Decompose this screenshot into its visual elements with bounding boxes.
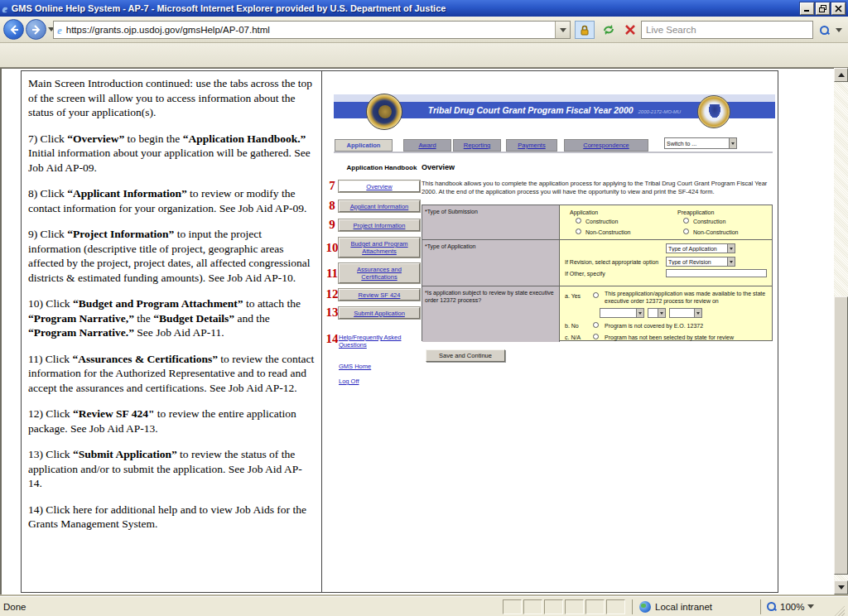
review-date-select-1[interactable] (600, 308, 644, 318)
address-field[interactable]: https://grants.ojp.usdoj.gov/gmsHelp/AP-… (53, 21, 571, 39)
status-segment (523, 599, 542, 614)
radio-preapp-construction[interactable] (683, 218, 689, 224)
gms-screenshot: Tribal Drug Court Grant Program Fiscal Y… (332, 89, 777, 397)
scrollbar-thumb[interactable] (834, 296, 848, 575)
preapplication-column-header: Preapplication (677, 209, 714, 216)
help-paragraph: Main Screen Introduction continued: use … (28, 76, 315, 120)
type-of-revision-select[interactable]: Type of Revision (666, 257, 735, 267)
globe-icon (639, 601, 651, 613)
search-button[interactable] (815, 21, 833, 39)
page-content: Main Screen Introduction continued: use … (0, 68, 834, 594)
sidebar-button-applicant-information[interactable]: Applicant Information (339, 200, 420, 212)
dropdown-arrow-icon[interactable] (727, 244, 735, 253)
callout-number-7: 7 (325, 179, 340, 193)
option-a-text: This preapplication/application was made… (605, 290, 770, 305)
dropdown-arrow-icon[interactable] (694, 309, 701, 317)
dropdown-arrow-icon[interactable] (636, 309, 643, 317)
program-title: Tribal Drug Court Grant Program Fiscal Y… (428, 105, 634, 115)
search-placeholder: Live Search (646, 25, 696, 35)
row-label: *Type of Application (422, 240, 560, 286)
forward-button[interactable] (26, 19, 46, 40)
save-and-continue-button[interactable]: Save and Continue (426, 349, 505, 362)
overview-intro: This handbook allows you to complete the… (422, 180, 774, 196)
page-ie-icon (57, 22, 62, 37)
close-button[interactable] (831, 2, 846, 15)
callout-number-12: 12 (325, 287, 340, 301)
app-tab-award[interactable]: Award (403, 139, 451, 152)
review-date-select-3[interactable] (669, 308, 702, 318)
switch-to-select[interactable]: Switch to ... (664, 137, 737, 149)
radio-label: Construction (585, 218, 618, 225)
sidebar-button-submit-application[interactable]: Submit Application (339, 307, 420, 319)
dropdown-arrow-icon[interactable] (658, 309, 665, 317)
address-dropdown-button[interactable] (555, 22, 570, 38)
back-button[interactable] (3, 19, 24, 40)
option-c-text: Program has not been selected by state f… (605, 334, 734, 341)
help-layout-table: Main Screen Introduction continued: use … (21, 70, 778, 593)
link-log-off[interactable]: Log Off (339, 378, 417, 385)
review-date-select-2[interactable] (648, 308, 666, 318)
minimize-button[interactable] (800, 2, 814, 15)
app-tab-correspondence[interactable]: Correspondence (564, 139, 648, 152)
back-arrow-icon (9, 25, 19, 35)
zone-label: Local intranet (655, 602, 712, 612)
app-tab-payments[interactable]: Payments (506, 139, 557, 152)
ie-logo-icon (2, 1, 7, 16)
help-image-column: Tribal Drug Court Grant Program Fiscal Y… (323, 71, 778, 592)
form-row-type-of-application: *Type of Application Type of Application… (422, 239, 772, 286)
radio-preapp-non-construction[interactable] (683, 229, 689, 234)
help-paragraph: 8) Click “Applicant Information” to revi… (28, 186, 315, 215)
search-dropdown[interactable] (833, 21, 845, 39)
restore-button[interactable] (816, 2, 830, 15)
resize-grip[interactable] (833, 604, 845, 616)
scroll-down-button[interactable] (834, 580, 848, 594)
forward-arrow-icon (31, 25, 41, 35)
radio-app-non-construction[interactable] (576, 229, 581, 234)
help-paragraph: 9) Click “Project Information” to input … (28, 227, 315, 285)
radio-12372-na[interactable] (593, 334, 599, 339)
callout-number-9: 9 (325, 218, 340, 232)
radio-label: Non-Construction (693, 229, 738, 236)
radio-12372-no[interactable] (593, 322, 599, 328)
help-paragraph: 14) Click here for additional help and t… (28, 503, 315, 532)
zoom-icon (766, 601, 777, 612)
zoom-dropdown-arrow[interactable] (807, 604, 814, 609)
radio-label: Non-Construction (585, 229, 630, 236)
help-paragraph: 11) Click “Assurances & Certifications” … (28, 352, 315, 396)
help-text-column: Main Screen Introduction continued: use … (22, 71, 322, 592)
security-lock-button[interactable] (575, 21, 595, 39)
refresh-button[interactable] (598, 21, 619, 39)
sidebar-button-assurances[interactable]: Assurances and Certifications (339, 263, 420, 283)
sidebar-button-review-sf424[interactable]: Review SF 424 (339, 289, 420, 301)
other-specify-input[interactable] (666, 269, 767, 277)
dropdown-arrow-icon[interactable] (727, 257, 735, 266)
status-segment (503, 599, 522, 614)
lock-icon (580, 25, 590, 36)
zoom-control[interactable]: 100% (760, 599, 833, 614)
app-tab-reporting[interactable]: Reporting (453, 139, 501, 152)
radio-12372-yes[interactable] (593, 292, 599, 298)
vertical-scrollbar[interactable] (834, 68, 848, 594)
dropdown-arrow-icon[interactable] (729, 138, 736, 148)
stop-x-icon (624, 24, 636, 36)
switch-to-value: Switch to ... (665, 141, 729, 147)
sidebar-button-budget-attachments[interactable]: Budget and Program Attachments (339, 238, 420, 257)
security-zone: Local intranet (632, 599, 760, 614)
callout-number-11: 11 (325, 267, 340, 281)
link-help-faq[interactable]: Help/Frequently Asked Questions (339, 334, 417, 349)
search-input[interactable]: Live Search (641, 21, 813, 39)
app-tab-application[interactable]: Application (335, 139, 393, 152)
title-bar: GMS Online Help System - AP-7 - Microsof… (0, 0, 848, 17)
sidebar-button-project-information[interactable]: Project Information (339, 219, 420, 231)
scroll-up-button[interactable] (834, 68, 848, 82)
doj-seal-icon (366, 94, 402, 130)
help-paragraph: 13) Click “Submit Application” to review… (28, 447, 315, 491)
status-bar: Done Local intranet 100% (0, 596, 848, 616)
eagle-seal-icon (697, 95, 730, 128)
type-of-application-select[interactable]: Type of Application (666, 243, 735, 253)
sidebar-button-overview[interactable]: Overview (339, 180, 420, 192)
link-gms-home[interactable]: GMS Home (339, 363, 417, 370)
radio-app-construction[interactable] (576, 218, 581, 224)
application-column-header: Application (570, 209, 598, 216)
stop-button[interactable] (621, 21, 639, 39)
